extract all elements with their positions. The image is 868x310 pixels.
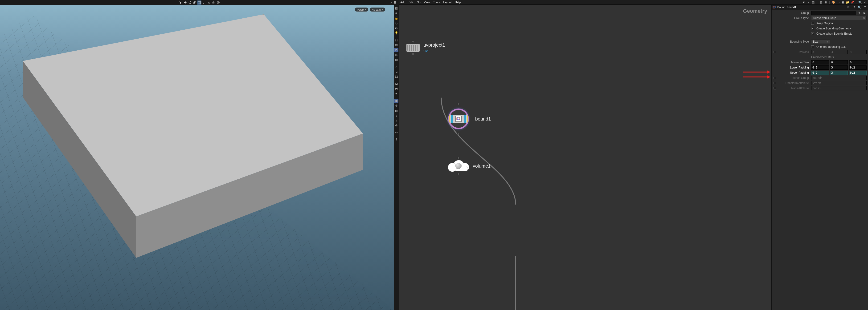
network-context-label: Geometry — [743, 8, 767, 14]
param-xformattr-field[interactable]: xform — [811, 81, 867, 85]
display-options-icon[interactable]: ◧ — [394, 6, 398, 10]
params-header: Bound bound1 ✳ H 🔍 ? — [772, 5, 868, 10]
scale-tool-icon[interactable] — [192, 0, 197, 5]
node-volume1[interactable]: volume1 — [448, 160, 491, 172]
expand-icon[interactable]: ⤢ — [863, 0, 867, 4]
bound-node-body — [449, 115, 468, 123]
palette-icon[interactable]: 🎨 — [832, 0, 835, 4]
camera-nocam-pill[interactable]: No cam ▸ — [370, 7, 385, 11]
param-oriented-row: Oriented Bounding Box — [773, 45, 867, 49]
param-minsize-z[interactable]: 0 — [849, 60, 867, 65]
camera-persp-pill[interactable]: Persp ▸ — [355, 7, 368, 11]
network-pane: Add Edit Go View Tools Layout Help ✖ ≡ ▤… — [399, 0, 868, 310]
shaded-icon[interactable]: ▦ — [394, 43, 398, 47]
smooth-shaded-icon[interactable]: ◓ — [394, 48, 398, 52]
param-createempty-row: Create When Bounds Empty — [773, 32, 867, 36]
select-tool-icon[interactable] — [178, 0, 183, 5]
network-box-icon[interactable]: ▣ — [841, 0, 845, 4]
construction-plane-icon[interactable]: ◎ — [207, 0, 211, 5]
ruler-icon[interactable]: ⟂ — [394, 118, 398, 123]
help-icon-viewport[interactable]: ? — [394, 137, 398, 142]
material-icon[interactable]: ◍ — [394, 53, 398, 57]
find-icon[interactable]: 🔍 — [858, 0, 862, 4]
point-numbers-icon[interactable]: ·2 — [394, 70, 398, 74]
node-bound1[interactable]: bound1 — [445, 106, 491, 132]
lock-icon[interactable]: 🔒 — [394, 16, 398, 20]
backface-icon[interactable]: ◪ — [394, 82, 398, 86]
pin-icon[interactable]: 📌 — [850, 0, 854, 4]
lock-camera-icon[interactable]: ⭘ — [394, 11, 398, 15]
gamma-icon[interactable]: γ — [394, 113, 398, 118]
param-minsize-x[interactable]: 0 — [811, 60, 829, 65]
params-gear-icon[interactable]: ✳ — [846, 5, 850, 9]
param-divisions-z[interactable]: 3 — [849, 50, 867, 54]
wireframe-icon[interactable]: ⬚ — [394, 38, 398, 42]
menu-layout[interactable]: Layout — [443, 1, 452, 4]
timer-icon[interactable] — [211, 0, 216, 5]
param-radiiattr-field[interactable]: radii — [811, 86, 867, 91]
hq-lighting-icon[interactable]: ✦ — [394, 92, 398, 96]
param-creategeo-checkbox[interactable] — [811, 27, 814, 30]
param-lowerpadding-x[interactable]: 0.2 — [811, 65, 829, 70]
menu-tools[interactable]: Tools — [433, 1, 440, 4]
param-grouptype-select[interactable]: Guess from Group ⇅ — [811, 16, 867, 20]
params-help-icon[interactable]: ? — [863, 5, 867, 9]
prim-numbers-icon[interactable]: 12 — [394, 75, 398, 79]
param-group-menu-icon[interactable]: ▾ — [857, 11, 861, 15]
table-view-icon[interactable]: ▤ — [811, 0, 815, 4]
param-boundsgroup-field[interactable]: bounds — [811, 76, 867, 80]
folder-icon[interactable]: 📁 — [846, 0, 849, 4]
param-lowerpadding-y[interactable]: 3 — [830, 65, 848, 70]
menu-help[interactable]: Help — [455, 1, 461, 4]
move-tool-icon[interactable] — [183, 0, 187, 5]
uv-icon[interactable]: ▩ — [394, 58, 398, 62]
visibility-icon[interactable]: ◐ — [394, 26, 398, 30]
align-tool-icon[interactable] — [202, 0, 206, 5]
param-lowerpadding-z[interactable]: 0.2 — [849, 65, 867, 70]
pane-menu-icon[interactable]: ☰ — [393, 0, 398, 5]
param-oriented-checkbox[interactable] — [811, 45, 814, 48]
menu-view[interactable]: View — [424, 1, 430, 4]
params-h-icon[interactable]: H — [851, 5, 856, 9]
menu-add[interactable]: Add — [400, 1, 405, 4]
param-createempty-checkbox[interactable] — [811, 32, 814, 35]
wrench-icon[interactable]: ✖ — [802, 0, 806, 4]
camera-icon[interactable]: ▣ — [394, 99, 398, 103]
grid-large-icon[interactable]: ▦ — [819, 0, 823, 4]
pane-link-icon[interactable]: ⇄ — [389, 0, 393, 5]
viewport-gear-icon[interactable]: ⚙ — [394, 104, 398, 108]
snap-grid-icon[interactable] — [197, 0, 202, 5]
param-upperpadding-y[interactable]: 3 — [830, 71, 848, 75]
param-group-select-icon[interactable]: ▶ — [862, 11, 867, 15]
network-view[interactable]: Geometry uvproject1 uv — [399, 5, 771, 310]
inspect-icon[interactable]: ✥ — [394, 123, 398, 128]
param-minsize-y[interactable]: 0 — [830, 60, 848, 65]
param-boundingtype-select[interactable]: Box ⇅ — [811, 39, 830, 44]
chevron-updown-icon: ⇅ — [863, 17, 865, 20]
param-divisions-y[interactable]: 3 — [830, 50, 848, 54]
grid-small-icon[interactable]: ⊞ — [824, 0, 828, 4]
list-view-icon[interactable]: ≡ — [806, 0, 810, 4]
param-group-field[interactable] — [811, 11, 856, 15]
menu-go[interactable]: Go — [417, 1, 421, 4]
normals-icon[interactable]: ↗ — [394, 65, 398, 69]
params-search-icon[interactable]: 🔍 — [857, 5, 861, 9]
menu-edit[interactable]: Edit — [408, 1, 413, 4]
param-keeporiginal-checkbox[interactable] — [811, 22, 814, 25]
param-divisions-x[interactable]: 3 — [811, 50, 829, 54]
viewport-3d[interactable]: Persp ▸ No cam ▸ — [0, 5, 394, 310]
xray-icon[interactable]: ⬒ — [394, 87, 398, 91]
params-node-name[interactable]: bound1 — [787, 6, 796, 9]
render-region-icon[interactable]: ▭ — [394, 130, 398, 135]
param-upperpadding-z[interactable]: 0.2 — [849, 71, 867, 75]
viewport-pills: Persp ▸ No cam ▸ — [355, 7, 385, 11]
sticky-note-icon[interactable]: ▭ — [836, 0, 840, 4]
param-radiiattr-row: Radii Attribute radii — [773, 86, 867, 91]
settings-gear-icon[interactable] — [216, 0, 220, 5]
color-correct-icon[interactable]: ◧ — [394, 108, 398, 113]
rotate-tool-icon[interactable] — [188, 0, 192, 5]
param-upperpadding-x[interactable]: 0.2 — [811, 71, 829, 75]
light-icon[interactable]: 💡 — [394, 31, 398, 35]
node-uvproject1[interactable]: uvproject1 uv — [406, 42, 445, 53]
ghost-icon[interactable]: ◌ — [394, 21, 398, 25]
